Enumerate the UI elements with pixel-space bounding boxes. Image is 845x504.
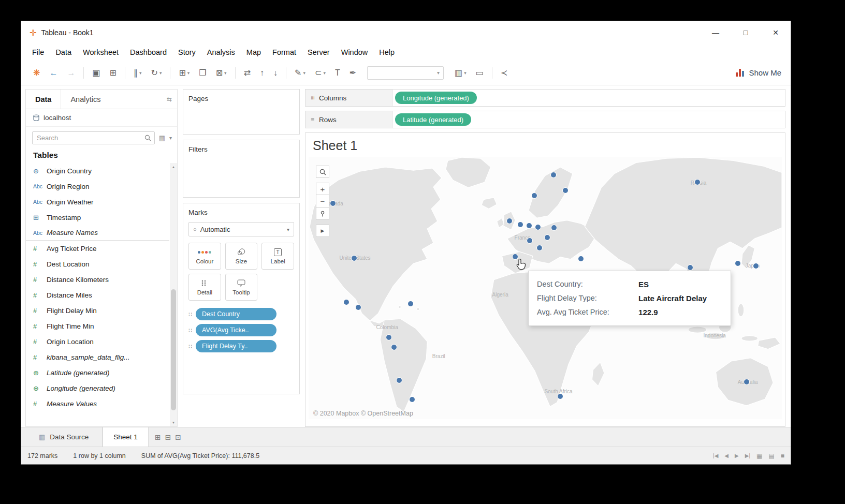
chevron-down-icon[interactable]: ▾ — [187, 70, 190, 76]
sheet1-tab[interactable]: Sheet 1 — [103, 427, 149, 447]
field-origin-location[interactable]: #Origin Location — [26, 334, 169, 349]
field-measure-names[interactable]: AbcMeasure Names — [26, 225, 169, 241]
menu-story[interactable]: Story — [172, 48, 201, 56]
marks-pill-flight-delay-ty[interactable]: Flight Delay Ty.. — [196, 340, 276, 352]
map-mark-dot[interactable] — [391, 345, 397, 350]
map-mark-dot[interactable] — [753, 263, 759, 269]
map-mark-dot[interactable] — [735, 261, 740, 266]
map-mark-dot[interactable] — [330, 201, 336, 206]
tab-analytics[interactable]: Analytics — [61, 90, 110, 109]
show-sheet-sorter-icon[interactable]: ▦ — [756, 452, 762, 459]
map-mark-dot[interactable] — [386, 335, 391, 340]
columns-shelf[interactable]: ≡ Columns Longitude (generated) — [305, 89, 785, 107]
map-mark-dot[interactable] — [537, 245, 542, 250]
scroll-up-icon[interactable]: ▲ — [172, 163, 176, 171]
menu-server[interactable]: Server — [302, 48, 336, 56]
show-filmstrip-icon[interactable]: ▤ — [768, 452, 774, 459]
chevron-down-icon[interactable]: ▾ — [159, 70, 162, 76]
map-mark-dot[interactable] — [551, 225, 557, 230]
previous-sheet-icon[interactable]: ◀ — [724, 453, 729, 458]
columns-shelf-body[interactable]: Longitude (generated) — [392, 90, 785, 106]
rows-shelf[interactable]: ≡ Rows Latitude (generated) — [305, 111, 785, 128]
marks-size-button[interactable]: Size — [225, 243, 258, 270]
chevron-down-icon[interactable]: ▾ — [224, 70, 227, 76]
undo-icon[interactable]: ← — [45, 65, 62, 81]
map-mark-dot[interactable] — [744, 379, 749, 384]
zoom-out-button[interactable]: − — [316, 195, 329, 207]
first-sheet-icon[interactable]: |◀ — [713, 453, 718, 458]
map-mark-dot[interactable] — [507, 218, 512, 224]
map-mark-dot[interactable] — [408, 301, 413, 306]
menu-map[interactable]: Map — [241, 48, 267, 56]
chevron-down-icon[interactable]: ▾ — [323, 70, 326, 76]
field-latitude-generated[interactable]: ⊕Latitude (generated) — [26, 365, 169, 380]
clear-sheet-icon[interactable]: ⊠▾ — [211, 65, 231, 81]
marks-tooltip-button[interactable]: Tooltip — [225, 274, 258, 301]
duplicate-sheet-icon[interactable]: ❐ — [194, 65, 211, 81]
data-source-tab[interactable]: ▦ Data Source — [25, 427, 103, 447]
field-dest-location[interactable]: #Dest Location — [26, 256, 169, 272]
swap-rows-columns-icon[interactable]: ⇄ — [239, 65, 255, 81]
marks-label-button[interactable]: TLabel — [261, 243, 294, 270]
show-hide-cards-icon[interactable]: ▥▾ — [450, 65, 471, 81]
pill-latitude-generated[interactable]: Latitude (generated) — [395, 113, 471, 126]
map-mark-dot[interactable] — [535, 225, 541, 230]
map-mark-dot[interactable] — [410, 397, 415, 402]
menu-file[interactable]: File — [26, 48, 50, 56]
map-mark-dot[interactable] — [356, 305, 361, 310]
save-icon[interactable]: ▣ — [88, 65, 105, 81]
menu-format[interactable]: Format — [267, 48, 302, 56]
map-attribution[interactable]: © 2020 Mapbox © OpenStreetMap — [313, 410, 413, 417]
pane-options-icon[interactable]: ⇆ — [167, 96, 172, 103]
chevron-down-icon[interactable]: ▾ — [464, 70, 467, 76]
map-mark-dot[interactable] — [352, 256, 357, 261]
rows-shelf-body[interactable]: Latitude (generated) — [392, 111, 785, 128]
add-data-source-icon[interactable]: ⊞ — [105, 65, 121, 81]
menu-worksheet[interactable]: Worksheet — [77, 48, 124, 56]
close-button[interactable]: ✕ — [761, 21, 791, 44]
run-update-icon[interactable]: ↻▾ — [146, 65, 166, 81]
pages-shelf[interactable]: Pages — [183, 89, 300, 135]
field-distance-miles[interactable]: #Distance Miles — [26, 287, 169, 303]
field-measure-values[interactable]: #Measure Values — [26, 396, 169, 411]
highlight-icon[interactable]: ✎▾ — [290, 65, 310, 81]
map-search-button[interactable] — [316, 166, 329, 178]
field-flight-time-min[interactable]: #Flight Time Min — [26, 318, 169, 334]
mark-type-dropdown[interactable]: ○ Automatic ▾ — [188, 222, 294, 236]
new-worksheet-tab-icon[interactable]: ⊞ — [155, 433, 161, 441]
show-mark-labels-icon[interactable]: T — [330, 65, 345, 81]
map-mark-dot[interactable] — [527, 223, 532, 228]
map-mark-dot[interactable] — [545, 235, 550, 240]
field-flight-delay-min[interactable]: #Flight Delay Min — [26, 303, 169, 318]
map-mark-dot[interactable] — [344, 300, 349, 305]
search-options-caret-icon[interactable]: ▾ — [169, 135, 172, 141]
tableau-logo-icon[interactable]: ❋ — [28, 65, 45, 81]
marks-pill-avg-avg-ticke[interactable]: AVG(Avg Ticke.. — [196, 324, 276, 336]
scroll-down-icon[interactable]: ▼ — [172, 419, 176, 426]
map-mark-dot[interactable] — [688, 265, 693, 270]
view-as-list-icon[interactable]: ▦ — [159, 134, 165, 142]
menu-window[interactable]: Window — [336, 48, 374, 56]
field-timestamp[interactable]: ⊞Timestamp — [26, 210, 169, 225]
chevron-down-icon[interactable]: ▾ — [303, 70, 305, 76]
group-members-icon[interactable]: ⊂▾ — [310, 65, 330, 81]
sort-descending-icon[interactable]: ↓ — [269, 65, 282, 81]
redo-icon[interactable]: → — [62, 65, 80, 81]
map-mark-dot[interactable] — [518, 222, 523, 227]
pin-icon[interactable]: ✒ — [345, 65, 361, 81]
field-longitude-generated[interactable]: ⊕Longitude (generated) — [26, 380, 169, 396]
search-box[interactable] — [32, 131, 155, 144]
map-controls-expand-button[interactable]: ▶ — [316, 225, 329, 237]
map-mark-dot[interactable] — [397, 378, 402, 383]
presentation-mode-icon[interactable]: ▭ — [471, 65, 488, 81]
new-dashboard-tab-icon[interactable]: ⊟ — [165, 433, 171, 441]
next-sheet-icon[interactable]: ▶ — [735, 453, 739, 458]
last-sheet-icon[interactable]: ▶| — [745, 453, 750, 458]
connection-row[interactable]: localhost — [26, 109, 177, 127]
pill-longitude-generated[interactable]: Longitude (generated) — [395, 92, 477, 104]
map-mark-dot[interactable] — [563, 188, 568, 193]
sort-ascending-icon[interactable]: ↑ — [255, 65, 269, 81]
map-mark-dot[interactable] — [578, 256, 584, 261]
field-distance-kilometers[interactable]: #Distance Kilometers — [26, 272, 169, 287]
map-area[interactable]: CanadaUnited StatesColombiaBrazilAlgeria… — [309, 157, 782, 419]
